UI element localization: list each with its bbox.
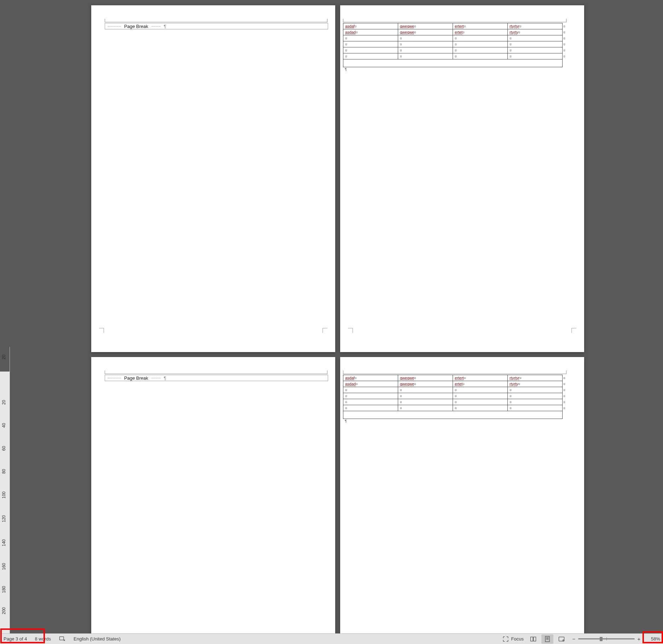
table-cell[interactable]: ¤ <box>343 47 398 53</box>
zoom-thumb[interactable] <box>600 637 603 641</box>
table-cell[interactable]: ¤ <box>343 387 398 393</box>
page-content[interactable]: asdaf¤qweqwe¤ertert¤rtyrtyr¤¤asdad¤qweqw… <box>343 375 576 423</box>
table-cell[interactable]: qweqwe¤ <box>398 29 453 35</box>
cell-text: qweqwe <box>400 24 414 28</box>
table-cell[interactable]: ¤ <box>398 53 453 59</box>
table-cell[interactable]: ¤ <box>508 399 563 405</box>
table-cell[interactable]: ertert¤ <box>453 23 508 29</box>
document-table[interactable]: asdaf¤qweqwe¤ertert¤rtyrtyr¤¤asdad¤qweqw… <box>343 23 567 67</box>
page-content[interactable]: Page Break ¶ <box>105 23 327 29</box>
table-cell[interactable]: ertert¤ <box>453 375 508 381</box>
table-cell[interactable]: ¤ <box>398 399 453 405</box>
table-row[interactable]: ¤¤¤¤¤ <box>343 41 567 47</box>
table-cell[interactable]: ¤ <box>398 393 453 399</box>
read-mode-button[interactable] <box>527 634 539 644</box>
crop-mark <box>99 328 104 333</box>
cell-end-mark: ¤ <box>345 42 347 46</box>
zoom-in-button[interactable]: + <box>636 636 642 642</box>
table-cell[interactable]: ¤ <box>453 399 508 405</box>
table-cell[interactable]: rtyrtyr¤ <box>508 375 563 381</box>
table-cell[interactable]: asdaf¤ <box>343 375 398 381</box>
cell-end-mark: ¤ <box>464 24 466 28</box>
table-cell[interactable]: ¤ <box>453 387 508 393</box>
pilcrow-icon: ¶ <box>164 24 166 29</box>
spellcheck-button[interactable] <box>57 635 67 643</box>
table-cell[interactable] <box>343 411 563 419</box>
table-cell[interactable]: qweqwe¤ <box>398 381 453 387</box>
table-cell[interactable]: ¤ <box>508 405 563 411</box>
table-cell[interactable]: ¤ <box>398 35 453 41</box>
word-count-indicator[interactable]: 8 words <box>34 636 53 642</box>
table-cell[interactable] <box>343 59 563 67</box>
table-cell[interactable]: ¤ <box>453 53 508 59</box>
document-table[interactable]: asdaf¤qweqwe¤ertert¤rtyrtyr¤¤asdad¤qweqw… <box>343 375 567 419</box>
web-layout-button[interactable] <box>556 634 568 644</box>
table-cell[interactable]: asdad¤ <box>343 381 398 387</box>
table-row[interactable]: asdad¤qweqwe¤ertet¤rtyrty¤¤ <box>343 29 567 35</box>
page-number-indicator[interactable]: Page 3 of 4 <box>2 636 29 642</box>
table-cell[interactable]: asdad¤ <box>343 29 398 35</box>
table-cell[interactable]: ¤ <box>343 35 398 41</box>
table-cell[interactable]: ¤ <box>398 387 453 393</box>
table-cell[interactable]: ¤ <box>453 393 508 399</box>
zoom-percent-button[interactable]: 58% <box>645 636 662 642</box>
table-cell[interactable]: ¤ <box>343 399 398 405</box>
table-cell[interactable]: qweqwe¤ <box>398 23 453 29</box>
table-cell[interactable]: ¤ <box>343 53 398 59</box>
cell-text: ertert <box>455 24 464 28</box>
page-2[interactable]: asdaf¤qweqwe¤ertert¤rtyrtyr¤¤asdad¤qweqw… <box>340 5 584 352</box>
table-row[interactable]: asdaf¤qweqwe¤ertert¤rtyrtyr¤¤ <box>343 23 567 29</box>
table-cell[interactable]: ¤ <box>508 35 563 41</box>
table-trailing-row[interactable] <box>343 411 567 419</box>
table-cell[interactable]: ¤ <box>398 405 453 411</box>
vertical-ruler[interactable]: 2020406080100120140160180200 <box>0 347 10 633</box>
table-cell[interactable]: ¤ <box>398 47 453 53</box>
table-cell[interactable]: ¤ <box>508 53 563 59</box>
table-row[interactable]: ¤¤¤¤¤ <box>343 53 567 59</box>
focus-mode-button[interactable]: Focus <box>501 635 525 643</box>
table-cell[interactable]: ¤ <box>508 393 563 399</box>
table-cell[interactable]: qweqwe¤ <box>398 375 453 381</box>
table-row[interactable]: ¤¤¤¤¤ <box>343 393 567 399</box>
table-trailing-row[interactable] <box>343 59 567 67</box>
table-row[interactable]: asdaf¤qweqwe¤ertert¤rtyrtyr¤¤ <box>343 375 567 381</box>
page-1[interactable]: Page Break ¶ <box>91 5 335 352</box>
page-content[interactable]: Page Break ¶ <box>105 375 327 381</box>
table-cell[interactable]: rtyrty¤ <box>508 29 563 35</box>
table-cell[interactable]: ¤ <box>508 47 563 53</box>
language-indicator[interactable]: English (United States) <box>72 636 122 642</box>
table-cell[interactable]: ¤ <box>508 41 563 47</box>
table-cell[interactable]: rtyrty¤ <box>508 381 563 387</box>
zoom-slider[interactable]: − + <box>570 636 643 642</box>
language-text: English (United States) <box>74 636 121 642</box>
table-cell[interactable]: ¤ <box>453 41 508 47</box>
table-cell[interactable]: ¤ <box>453 35 508 41</box>
document-surface[interactable]: Page Break ¶ asdaf¤qweqwe¤ertert¤rtyrtyr… <box>10 0 663 633</box>
table-wrapper: asdaf¤qweqwe¤ertert¤rtyrtyr¤¤asdad¤qweqw… <box>343 375 566 423</box>
table-cell[interactable]: ¤ <box>453 47 508 53</box>
zoom-out-button[interactable]: − <box>571 636 577 642</box>
table-cell[interactable]: ¤ <box>343 405 398 411</box>
zoom-track[interactable] <box>578 638 635 639</box>
print-layout-button[interactable] <box>541 634 553 644</box>
table-cell[interactable]: rtyrtyr¤ <box>508 23 563 29</box>
table-cell[interactable]: ¤ <box>508 387 563 393</box>
page-content[interactable]: asdaf¤qweqwe¤ertert¤rtyrtyr¤¤asdad¤qweqw… <box>343 23 576 71</box>
table-cell[interactable]: ¤ <box>343 41 398 47</box>
table-row[interactable]: ¤¤¤¤¤ <box>343 35 567 41</box>
table-cell[interactable]: ¤ <box>398 41 453 47</box>
table-cell[interactable]: ertet¤ <box>453 381 508 387</box>
table-cell[interactable]: ¤ <box>343 393 398 399</box>
page-break-bar[interactable]: Page Break ¶ <box>105 375 328 381</box>
page-4[interactable]: asdaf¤qweqwe¤ertert¤rtyrtyr¤¤asdad¤qweqw… <box>340 357 584 633</box>
table-row[interactable]: ¤¤¤¤¤ <box>343 387 567 393</box>
table-row[interactable]: ¤¤¤¤¤ <box>343 47 567 53</box>
table-cell[interactable]: ertet¤ <box>453 29 508 35</box>
table-cell[interactable]: asdaf¤ <box>343 23 398 29</box>
table-row[interactable]: asdad¤qweqwe¤ertet¤rtyrty¤¤ <box>343 381 567 387</box>
page-3[interactable]: Page Break ¶ <box>91 357 335 633</box>
table-row[interactable]: ¤¤¤¤¤ <box>343 405 567 411</box>
page-break-bar[interactable]: Page Break ¶ <box>105 23 328 29</box>
table-cell[interactable]: ¤ <box>453 405 508 411</box>
table-row[interactable]: ¤¤¤¤¤ <box>343 399 567 405</box>
